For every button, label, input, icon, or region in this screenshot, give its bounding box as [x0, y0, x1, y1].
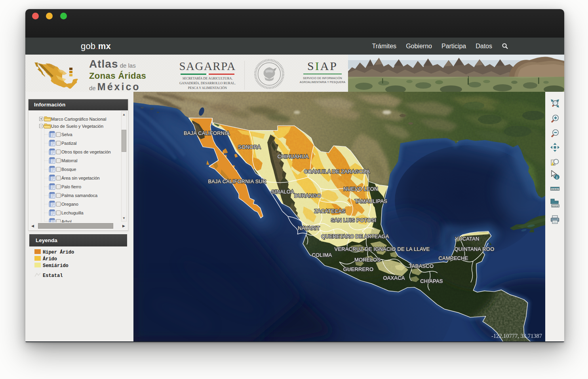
- svg-text:Bosque: Bosque: [61, 167, 76, 172]
- svg-text:i: i: [556, 175, 558, 180]
- svg-text:Arbol: Arbol: [61, 219, 72, 222]
- svg-text:GUERRERO: GUERRERO: [343, 266, 373, 272]
- svg-text:CHIAPAS: CHIAPAS: [420, 278, 443, 284]
- svg-text:OAXACA: OAXACA: [383, 275, 405, 281]
- svg-text:Pastizal: Pastizal: [61, 141, 77, 146]
- svg-text:CAMPECHE: CAMPECHE: [439, 255, 468, 261]
- svg-text:NAYARIT: NAYARIT: [298, 225, 320, 231]
- svg-text:CHIHUAHUA: CHIHUAHUA: [278, 153, 309, 159]
- svg-text:VERACRUZ DE IGNACIO DE LA LLAV: VERACRUZ DE IGNACIO DE LA LLAVE: [335, 246, 430, 252]
- svg-text:BAJA CALIFORNIA: BAJA CALIFORNIA: [184, 130, 230, 136]
- svg-text:TAMAULIPAS: TAMAULIPAS: [355, 198, 387, 204]
- svg-text:Lechuguilla: Lechuguilla: [61, 210, 84, 215]
- svg-text:QUINTANA ROO: QUINTANA ROO: [455, 246, 495, 252]
- svg-text:YUCATAN: YUCATAN: [455, 236, 479, 242]
- svg-text:-122.10777, 33.71387: -122.10777, 33.71387: [491, 333, 542, 339]
- svg-text:Palo fierro: Palo fierro: [61, 184, 81, 189]
- svg-text:BAJA CALIFORNIA SUR: BAJA CALIFORNIA SUR: [208, 178, 266, 184]
- svg-text:Selva: Selva: [61, 132, 72, 137]
- svg-text:Área sin vegetación: Área sin vegetación: [61, 176, 100, 180]
- svg-text:SONORA: SONORA: [238, 144, 261, 150]
- svg-text:SAN LUIS POTOSI: SAN LUIS POTOSI: [331, 217, 377, 223]
- svg-text:DURANGO: DURANGO: [294, 193, 321, 199]
- svg-text:Uso de Suelo y Vegetación: Uso de Suelo y Vegetación: [51, 124, 103, 129]
- svg-text:Matorral: Matorral: [61, 158, 77, 163]
- svg-text:COAHUILA DE ZARAGOZA: COAHUILA DE ZARAGOZA: [304, 169, 370, 174]
- svg-text:Otros tipos de vegetación: Otros tipos de vegetación: [61, 150, 111, 154]
- svg-text:Oregano: Oregano: [61, 202, 78, 207]
- svg-text:ZACATECAS: ZACATECAS: [314, 208, 346, 214]
- svg-text:MORELOS: MORELOS: [354, 257, 381, 263]
- svg-text:Marco Cartográfico Nacional: Marco Cartográfico Nacional: [51, 117, 106, 121]
- svg-text:NUEVO LEON: NUEVO LEON: [344, 186, 378, 192]
- svg-text:QUERETARO DE ARTEAGA: QUERETARO DE ARTEAGA: [321, 233, 389, 239]
- svg-text:COLIMA: COLIMA: [312, 252, 332, 258]
- svg-text:Palma samandoca: Palma samandoca: [61, 193, 98, 198]
- svg-text:TABASCO: TABASCO: [409, 263, 434, 269]
- svg-text:SINALOA: SINALOA: [271, 189, 294, 195]
